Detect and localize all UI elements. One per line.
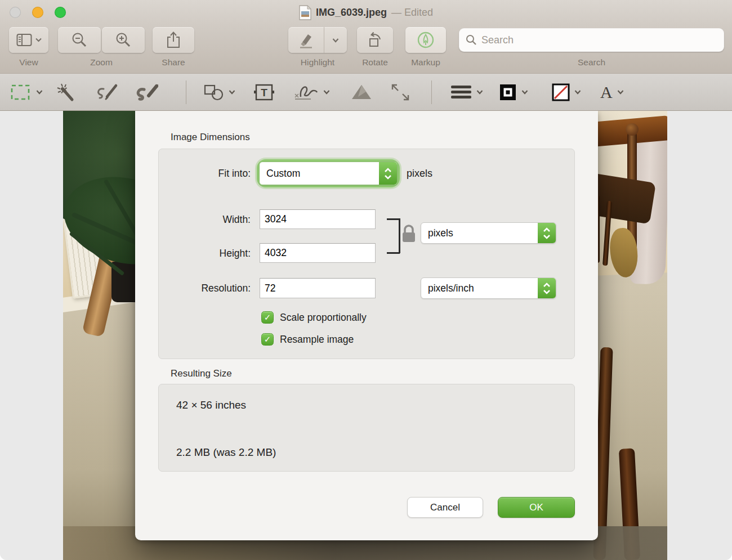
zoom-out-icon xyxy=(71,32,88,48)
photo-chair xyxy=(626,123,639,136)
zoom-out-button[interactable] xyxy=(58,27,101,53)
view-button[interactable] xyxy=(9,27,48,53)
chevron-down-icon xyxy=(476,89,483,95)
width-input[interactable] xyxy=(260,209,376,229)
sidebar-icon xyxy=(16,33,33,47)
svg-text:T: T xyxy=(261,87,267,98)
search-input[interactable] xyxy=(481,34,717,46)
text-tool-button[interactable]: T xyxy=(253,74,275,110)
main-toolbar: View Zoom xyxy=(0,25,732,73)
fit-into-unit: pixels xyxy=(407,163,432,183)
stepper-icon xyxy=(538,223,556,243)
search-field[interactable] xyxy=(459,28,724,52)
sketch-icon xyxy=(96,83,119,101)
border-color-button[interactable] xyxy=(499,74,528,110)
shape-style-icon xyxy=(450,84,472,100)
image-dimensions-heading: Image Dimensions xyxy=(171,132,250,143)
shapes-icon xyxy=(204,83,224,101)
highlight-dropdown-button[interactable] xyxy=(324,27,347,53)
ok-button[interactable]: OK xyxy=(498,497,575,518)
link-bracket xyxy=(387,252,400,254)
chevron-down-icon xyxy=(617,89,624,95)
resample-image-checkbox[interactable]: ✓ xyxy=(261,333,274,346)
fullscreen-button[interactable] xyxy=(55,7,66,18)
highlight-button-group xyxy=(288,27,347,53)
highlight-label: Highlight xyxy=(288,57,347,68)
resulting-filesize: 2.2 MB (was 2.2 MB) xyxy=(176,446,276,459)
view-label: View xyxy=(9,57,48,68)
chevron-down-icon xyxy=(574,89,581,95)
chevron-down-icon xyxy=(332,38,339,43)
toolbar-divider xyxy=(431,80,432,104)
zoom-in-icon xyxy=(115,32,132,48)
resolution-label: Resolution: xyxy=(135,278,251,298)
cancel-button[interactable]: Cancel xyxy=(407,497,483,518)
document-area: Image Dimensions Fit into: Custom pixels… xyxy=(0,111,732,560)
instant-alpha-button[interactable] xyxy=(56,74,77,110)
title-bar: IMG_6039.jpeg — Edited xyxy=(0,0,732,25)
width-label: Width: xyxy=(135,209,251,230)
window-controls xyxy=(0,0,79,25)
minimize-button[interactable] xyxy=(32,7,43,18)
stepper-icon xyxy=(379,162,397,185)
fit-into-label: Fit into: xyxy=(135,163,251,183)
rotate-button[interactable] xyxy=(357,27,393,53)
search-label: Search xyxy=(459,57,724,68)
chevron-down-icon xyxy=(36,89,43,95)
resulting-dimensions: 42 × 56 inches xyxy=(176,399,246,411)
link-bracket xyxy=(387,218,400,220)
text-style-button[interactable]: A xyxy=(600,74,624,110)
height-input[interactable] xyxy=(260,243,376,263)
scale-proportionally-checkbox[interactable]: ✓ xyxy=(261,311,274,324)
highlight-icon xyxy=(298,32,315,48)
document-edited-status: — Edited xyxy=(391,7,433,19)
markup-button[interactable] xyxy=(405,27,446,53)
markup-pen-icon xyxy=(416,30,435,50)
toolbar-divider xyxy=(186,80,186,104)
text-box-icon: T xyxy=(253,83,275,101)
adjust-size-icon xyxy=(391,83,410,101)
share-button[interactable] xyxy=(153,27,194,53)
shapes-tool-button[interactable] xyxy=(204,74,235,110)
shape-style-button[interactable] xyxy=(450,74,483,110)
fit-into-popup[interactable]: Custom xyxy=(259,162,398,185)
rotate-left-icon xyxy=(366,31,384,49)
zoom-label: Zoom xyxy=(58,57,145,68)
border-color-icon xyxy=(499,83,517,101)
adjust-color-button[interactable] xyxy=(350,74,373,110)
scale-proportionally-label: Scale proportionally xyxy=(280,311,367,324)
selection-icon xyxy=(10,83,30,101)
resulting-size-heading: Resulting Size xyxy=(171,368,232,379)
sign-tool-button[interactable] xyxy=(294,74,330,110)
checkmark-icon: ✓ xyxy=(264,312,271,322)
selection-tool-button[interactable] xyxy=(10,74,43,110)
markup-toolbar: T xyxy=(0,73,732,111)
preview-window: IMG_6039.jpeg — Edited View xyxy=(0,0,732,560)
fill-color-button[interactable] xyxy=(552,74,581,110)
share-label: Share xyxy=(153,57,194,68)
fill-color-icon xyxy=(552,83,570,101)
sketch-tool-button[interactable] xyxy=(96,74,119,110)
stepper-icon xyxy=(538,278,556,298)
adjust-size-button[interactable] xyxy=(391,74,410,110)
close-button[interactable] xyxy=(10,7,21,18)
draw-tool-button[interactable] xyxy=(135,74,160,110)
search-icon xyxy=(466,34,477,46)
window-title: IMG_6039.jpeg — Edited xyxy=(299,5,433,20)
lock-icon xyxy=(401,224,416,243)
highlight-button[interactable] xyxy=(288,27,324,53)
resample-image-label: Resample image xyxy=(280,333,354,346)
share-icon xyxy=(166,31,181,49)
height-label: Height: xyxy=(135,243,251,263)
sign-icon xyxy=(294,83,319,101)
resolution-unit-popup[interactable]: pixels/inch xyxy=(421,277,556,299)
fit-into-value: Custom xyxy=(260,162,379,185)
resolution-unit-value: pixels/inch xyxy=(421,278,538,298)
rotate-label: Rotate xyxy=(357,57,393,68)
size-unit-value: pixels xyxy=(421,223,538,243)
zoom-in-button[interactable] xyxy=(102,27,145,53)
size-unit-popup[interactable]: pixels xyxy=(421,222,556,244)
instant-alpha-icon xyxy=(56,83,77,102)
resolution-input[interactable] xyxy=(260,278,376,298)
checkmark-icon: ✓ xyxy=(264,334,271,344)
